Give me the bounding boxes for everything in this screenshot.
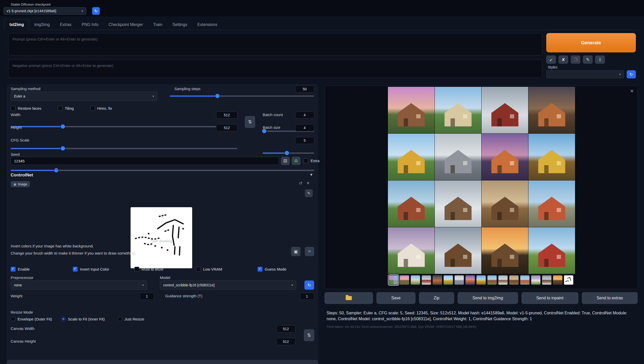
restore-faces-checkbox[interactable] — [11, 106, 16, 111]
swap-dimensions-button[interactable]: ⇅ — [245, 116, 255, 128]
enable-checkbox[interactable] — [11, 267, 16, 272]
height-slider[interactable] — [11, 146, 237, 151]
open-folder-button[interactable] — [325, 292, 373, 304]
gallery-image[interactable] — [528, 134, 575, 180]
refresh-models-button[interactable]: ↻ — [304, 281, 314, 290]
weight-value[interactable]: 1 — [140, 293, 154, 300]
clear-canvas-button[interactable]: ✕ — [306, 181, 310, 186]
tab-txt2img[interactable]: txt2img — [4, 19, 29, 30]
controlnet-image-tab[interactable]: ▣ Image — [11, 181, 30, 187]
gallery-thumbnail[interactable] — [400, 275, 409, 285]
hires-fix-option[interactable]: Hires. fix — [90, 106, 112, 111]
width-slider[interactable] — [11, 124, 237, 129]
tab-extensions[interactable]: Extensions — [192, 20, 222, 30]
gallery-thumbnail[interactable] — [411, 275, 420, 285]
resize-just-radio[interactable] — [118, 317, 122, 321]
gallery-image[interactable] — [435, 180, 481, 227]
resize-envelope-option[interactable]: Envelope (Outer Fit) — [11, 317, 52, 321]
styles-dropdown[interactable]: ▾ — [546, 70, 624, 78]
gallery-image[interactable] — [388, 134, 435, 180]
negative-prompt-input[interactable] — [8, 60, 542, 78]
gallery-thumbnail[interactable] — [443, 275, 453, 285]
clear-prompt-button[interactable]: ✘ — [558, 55, 568, 64]
gallery-image[interactable] — [528, 87, 575, 133]
seed-input[interactable] — [11, 157, 279, 165]
sampling-steps-value[interactable]: 50 — [295, 86, 314, 93]
model-dropdown[interactable]: control_scribble-fp16 [c508311e] ▾ — [160, 281, 296, 290]
gallery-image[interactable] — [388, 180, 435, 227]
gallery-image[interactable] — [528, 180, 575, 227]
canvas-height-value[interactable]: 512 — [276, 338, 295, 345]
rgb-to-bgr-option[interactable]: RGB to BGR — [134, 267, 163, 272]
script-section-bar[interactable] — [7, 360, 318, 364]
preprocessor-dropdown[interactable]: none ▾ — [11, 281, 147, 290]
batch-size-slider[interactable] — [263, 151, 314, 155]
gallery-thumbnail[interactable] — [531, 275, 541, 285]
tiling-option[interactable]: Tiling — [58, 106, 74, 111]
tab-checkpoint-merger[interactable]: Checkpoint Merger — [104, 20, 148, 30]
gallery-thumbnail[interactable] — [454, 275, 464, 285]
zip-button[interactable]: Zip — [419, 292, 454, 304]
enable-option[interactable]: Enable — [11, 267, 30, 272]
slider-thumb[interactable] — [61, 124, 65, 129]
gallery-thumbnail[interactable] — [432, 275, 442, 285]
invert-input-checkbox[interactable] — [73, 267, 78, 272]
seed-extra-checkbox[interactable] — [303, 158, 308, 163]
hires-fix-checkbox[interactable] — [90, 106, 95, 111]
tiling-checkbox[interactable] — [58, 106, 63, 111]
gallery-thumbnail[interactable] — [542, 275, 552, 285]
slider-thumb[interactable] — [215, 94, 220, 98]
rgb-to-bgr-checkbox[interactable] — [134, 267, 139, 272]
slider-thumb[interactable] — [285, 151, 289, 155]
gallery-image[interactable] — [482, 180, 528, 227]
gallery-image[interactable] — [388, 227, 435, 274]
cfg-scale-value[interactable]: 5 — [295, 137, 314, 144]
slider-thumb[interactable] — [54, 168, 58, 173]
checkpoint-dropdown[interactable]: v1-5-pruned.ckpt [e1441589a6] ▾ — [3, 7, 86, 15]
gallery-thumbnail[interactable] — [476, 275, 486, 285]
gallery-image[interactable] — [528, 227, 575, 274]
save-style-button[interactable]: ⇩ — [595, 55, 605, 64]
gallery-thumbnail[interactable] — [520, 275, 530, 285]
guidance-strength-value[interactable]: 1 — [300, 293, 314, 300]
gallery-thumbnail[interactable] — [487, 275, 497, 285]
slider-thumb[interactable] — [262, 129, 267, 133]
seed-extra-option[interactable]: Extra — [303, 158, 319, 163]
extra-networks-button[interactable]: ❒ — [571, 55, 580, 64]
batch-size-value[interactable]: 4 — [295, 124, 314, 131]
tab-img2img[interactable]: img2img — [29, 20, 55, 30]
swap-canvas-dimensions-button[interactable]: ⇅ — [304, 329, 314, 341]
resize-scale-radio[interactable] — [61, 317, 66, 321]
low-vram-option[interactable]: Low VRAM — [196, 267, 222, 272]
paste-params-button[interactable]: ↙ — [546, 55, 556, 64]
refresh-styles-button[interactable]: ↻ — [627, 70, 636, 78]
send-to-extras-button[interactable]: Send to extras — [582, 292, 638, 304]
canvas-settings-button[interactable]: ≡ — [305, 247, 314, 256]
prompt-input[interactable] — [8, 33, 542, 55]
gallery-image[interactable] — [435, 134, 481, 180]
sampling-steps-slider[interactable] — [170, 94, 314, 98]
gallery-thumbnail[interactable] — [498, 275, 508, 285]
gallery-image[interactable] — [435, 227, 481, 274]
slider-thumb[interactable] — [61, 146, 65, 151]
gallery-image[interactable] — [388, 87, 435, 133]
reuse-seed-button[interactable]: ♻ — [292, 157, 300, 165]
controlnet-canvas[interactable]: Start drawing — [131, 207, 192, 268]
gallery-image[interactable] — [482, 227, 528, 274]
height-value[interactable]: 512 — [216, 124, 237, 131]
thumbnail-grid[interactable] — [389, 275, 398, 285]
controlnet-collapse-button[interactable]: ▼ — [310, 173, 313, 177]
generate-button[interactable]: Generate — [546, 33, 636, 52]
cfg-scale-slider[interactable] — [11, 168, 314, 173]
brush-button[interactable]: ✎ — [305, 189, 313, 197]
gallery-image[interactable] — [435, 87, 481, 133]
batch-count-value[interactable]: 4 — [295, 111, 314, 119]
gallery-thumbnail[interactable] — [465, 275, 475, 285]
gallery-thumbnail[interactable] — [422, 275, 431, 285]
open-image-button[interactable]: ▣ — [291, 247, 300, 256]
refresh-checkpoint-button[interactable]: ↻ — [92, 7, 100, 15]
tab-png-info[interactable]: PNG Info — [77, 20, 104, 30]
tab-train[interactable]: Train — [148, 20, 167, 30]
save-button[interactable]: Save — [376, 292, 415, 304]
resize-scale-option[interactable]: Scale to Fit (Inner Fit) — [61, 317, 105, 321]
